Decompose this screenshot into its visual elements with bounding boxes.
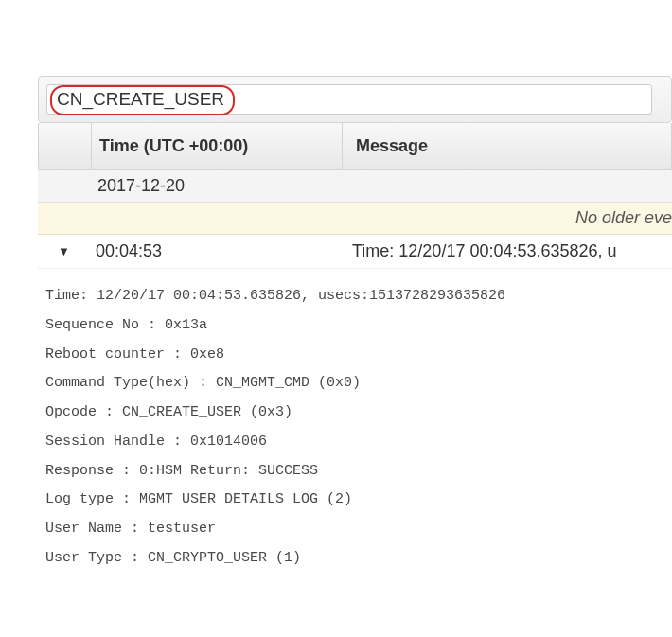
detail-line: Log type : MGMT_USER_DETAILS_LOG (2) [45, 491, 352, 507]
detail-line: Sequence No : 0x13a [45, 317, 207, 333]
no-older-events-text: No older eve [575, 208, 672, 228]
detail-line: Command Type(hex) : CN_MGMT_CMD (0x0) [45, 375, 361, 391]
table-header-row: Time (UTC +00:00) Message [38, 123, 672, 170]
detail-line: Response : 0:HSM Return: SUCCESS [45, 463, 318, 479]
detail-line: Opcode : CN_CREATE_USER (0x3) [45, 404, 292, 420]
detail-line: User Name : testuser [45, 521, 216, 537]
event-message: Time: 12/20/17 00:04:53.635826, u [341, 241, 672, 261]
notice-row: No older eve [38, 203, 672, 235]
date-group-label: 2017-12-20 [90, 176, 185, 196]
detail-line: Time: 12/20/17 00:04:53.635826, usecs:15… [45, 288, 505, 304]
date-group-row: 2017-12-20 [38, 170, 672, 203]
search-input[interactable] [46, 84, 652, 115]
message-column-header[interactable]: Message [342, 123, 671, 169]
log-event-row[interactable]: ▼ 00:04:53 Time: 12/20/17 00:04:53.63582… [38, 235, 672, 269]
event-details: Time: 12/20/17 00:04:53.635826, usecs:15… [38, 269, 672, 574]
search-bar [38, 76, 672, 123]
detail-line: Reboot counter : 0xe8 [45, 346, 224, 363]
detail-line: Session Handle : 0x1014006 [45, 434, 267, 450]
time-column-header[interactable]: Time (UTC +00:00) [91, 123, 342, 169]
expand-toggle-icon[interactable]: ▼ [38, 244, 90, 258]
event-time: 00:04:53 [90, 241, 341, 261]
detail-line: User Type : CN_CRYPTO_USER (1) [45, 550, 301, 566]
